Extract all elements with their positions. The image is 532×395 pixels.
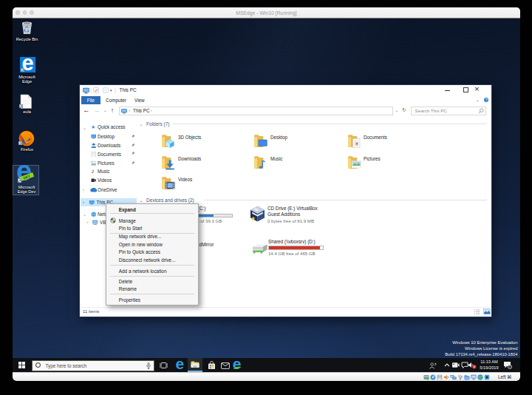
svg-text:2: 2 [508, 365, 510, 368]
